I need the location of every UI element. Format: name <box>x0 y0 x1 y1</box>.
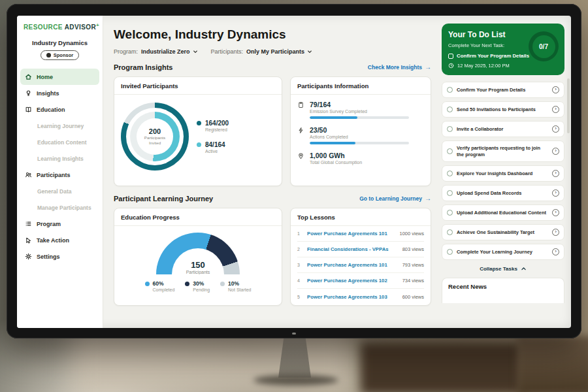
gear-icon <box>25 253 32 260</box>
sidebar-item-label: Education Content <box>37 139 87 146</box>
lesson-views: 1000 views <box>399 231 424 237</box>
sidebar-item-take-action[interactable]: Take Action <box>20 232 99 248</box>
task-label: Send 50 Invitations to Participants <box>457 106 548 113</box>
task-row[interactable]: Achieve One Sustainability Target › <box>442 224 564 240</box>
lesson-views: 803 views <box>402 246 424 252</box>
dashboard-screen: RESOURCE ADVISOR+ Industry Dynamics Spon… <box>17 16 571 328</box>
main-content: Welcome, Industry Dynamics Program: Indu… <box>103 16 440 328</box>
power-led <box>292 333 296 335</box>
sidebar-item-label: General Data <box>37 188 71 195</box>
link-label: Go to Learning Journey <box>359 195 422 202</box>
arrow-right-icon: → <box>425 195 431 202</box>
chevron-right-icon[interactable]: › <box>552 86 559 93</box>
lesson-row[interactable]: 3 Power Purchase Agreements 101 793 view… <box>297 257 424 273</box>
task-checkbox[interactable] <box>447 106 453 112</box>
task-checkbox[interactable] <box>447 171 453 176</box>
chevron-right-icon[interactable]: › <box>552 189 559 197</box>
task-row[interactable]: Upload Additional Educational Content › <box>442 204 564 221</box>
collapse-tasks-button[interactable]: Collapse Tasks <box>442 266 564 272</box>
lesson-rank: 3 <box>297 263 302 267</box>
task-row[interactable]: Complete Your Learning Journey › <box>442 244 564 260</box>
task-row[interactable]: Explore Your Insights Dashboard › <box>442 165 564 182</box>
monitor-bezel: RESOURCE ADVISOR+ Industry Dynamics Spon… <box>7 4 581 338</box>
lesson-link[interactable]: Power Purchase Agreements 101 <box>307 262 387 268</box>
clipboard-icon <box>297 101 304 108</box>
sidebar-nav: Home Insights Education Learning Journey… <box>17 69 103 265</box>
chevron-right-icon[interactable]: › <box>552 106 559 113</box>
program-filter-select[interactable]: Industrialize Zero <box>141 48 198 55</box>
location-pin-icon <box>297 152 304 159</box>
clock-icon <box>448 63 454 69</box>
lesson-row[interactable]: 1 Power Purchase Agreements 101 1000 vie… <box>297 226 424 242</box>
todo-summary-card: Your To Do List Complete Your Next Task:… <box>442 24 564 75</box>
chevron-right-icon[interactable]: › <box>552 229 559 236</box>
sidebar-item-general-data[interactable]: General Data <box>20 183 99 199</box>
info-row-consumption: 1,000 GWh Total Global Consumption <box>297 152 424 165</box>
lesson-row[interactable]: 2 Financial Considerations - VPPAs 803 v… <box>297 242 424 257</box>
lesson-row[interactable]: 5 Power Purchase Agreements 103 600 view… <box>297 289 424 304</box>
gauge-center-label: Participants <box>156 270 240 274</box>
sidebar-item-learning-insights[interactable]: Learning Insights <box>20 150 99 167</box>
task-checkbox[interactable] <box>447 126 453 132</box>
people-icon <box>25 171 32 178</box>
legend-item-pending: 30% Pending <box>185 280 210 292</box>
scrollbar[interactable] <box>567 78 570 133</box>
legend-value: 84/164 <box>205 141 225 148</box>
task-row[interactable]: Verify participants requesting to join t… <box>442 140 564 162</box>
participants-filter-value: Only My Participants <box>246 48 304 55</box>
task-checkbox[interactable] <box>447 229 453 235</box>
donut-center-label: Participants Invited <box>140 135 170 146</box>
home-icon <box>25 73 32 80</box>
lightbulb-icon <box>25 90 32 97</box>
info-label: Total Global Consumption <box>310 160 362 165</box>
task-row[interactable]: Send 50 Invitations to Participants › <box>442 101 564 118</box>
bolt-icon <box>297 127 304 134</box>
check-more-insights-link[interactable]: Check More Insights → <box>368 64 431 71</box>
program-filter-label: Program: <box>114 48 138 55</box>
checkbox-icon[interactable] <box>448 54 453 59</box>
task-checkbox[interactable] <box>447 190 453 196</box>
legend-label: Not Started <box>228 287 251 292</box>
sidebar-item-program[interactable]: Program <box>20 216 99 232</box>
sidebar-item-participants[interactable]: Participants <box>20 167 99 183</box>
education-progress-card: Education Progress 150 Participants <box>114 208 282 306</box>
task-row[interactable]: Invite a Collaborator › <box>442 121 564 137</box>
chevron-right-icon[interactable]: › <box>552 170 559 177</box>
info-value: 1,000 GWh <box>310 152 362 159</box>
chevron-right-icon[interactable]: › <box>552 248 559 255</box>
sidebar-item-manage-participants[interactable]: Manage Participants <box>20 199 99 216</box>
task-checkbox[interactable] <box>447 87 453 93</box>
go-to-learning-journey-link[interactable]: Go to Learning Journey → <box>359 195 431 202</box>
chevron-right-icon[interactable]: › <box>552 148 559 155</box>
sponsor-badge-label: Sponsor <box>54 52 73 58</box>
sidebar-item-settings[interactable]: Settings <box>20 248 99 265</box>
sidebar: RESOURCE ADVISOR+ Industry Dynamics Spon… <box>17 16 103 328</box>
task-row[interactable]: Confirm Your Program Details › <box>442 82 564 98</box>
chevron-right-icon[interactable]: › <box>552 209 559 216</box>
sponsor-badge: Sponsor <box>41 50 79 60</box>
progress-bar <box>310 116 409 119</box>
sidebar-item-learning-journey[interactable]: Learning Journey <box>20 118 99 134</box>
chevron-right-icon[interactable]: › <box>552 125 559 133</box>
task-row[interactable]: Upload Spend Data Records › <box>442 185 564 201</box>
task-checkbox[interactable] <box>447 249 453 255</box>
lesson-link[interactable]: Power Purchase Agreements 101 <box>307 231 387 237</box>
sponsor-badge-icon <box>46 53 51 57</box>
sidebar-item-education-content[interactable]: Education Content <box>20 134 99 150</box>
participants-filter-select[interactable]: Only My Participants <box>246 48 312 55</box>
legend-item-active: 84/164 Active <box>197 141 229 154</box>
legend-label: Active <box>205 149 225 154</box>
lesson-link[interactable]: Power Purchase Agreements 103 <box>307 294 387 300</box>
sidebar-item-home[interactable]: Home <box>20 69 99 85</box>
sidebar-item-label: Insights <box>37 90 59 97</box>
lesson-link[interactable]: Financial Considerations - VPPAs <box>307 246 389 252</box>
task-checkbox[interactable] <box>447 148 453 154</box>
task-checkbox[interactable] <box>447 210 453 216</box>
lesson-link[interactable]: Power Purchase Agreements 102 <box>307 278 387 284</box>
arrow-right-icon: → <box>425 64 431 71</box>
background-corner-shadow <box>517 336 588 392</box>
sidebar-item-education[interactable]: Education <box>20 101 99 118</box>
info-value: 23/50 <box>310 126 409 134</box>
sidebar-item-insights[interactable]: Insights <box>20 85 99 101</box>
lesson-row[interactable]: 4 Power Purchase Agreements 102 734 view… <box>297 273 424 289</box>
